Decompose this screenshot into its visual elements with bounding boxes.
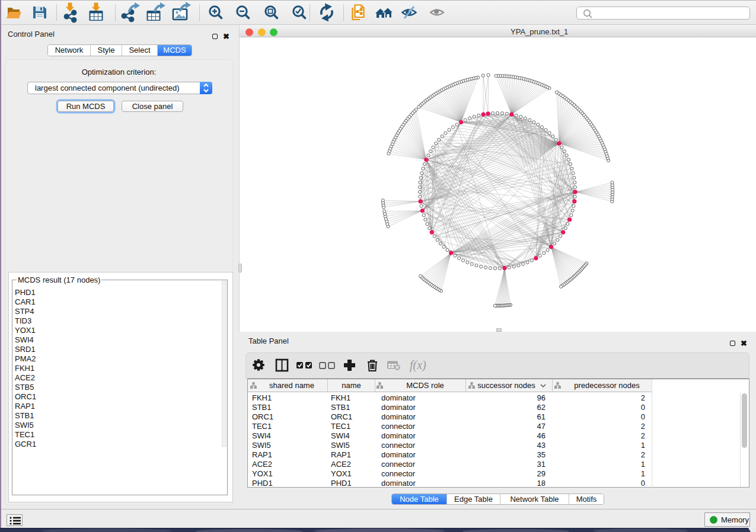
svg-text:f(x): f(x) xyxy=(410,358,426,372)
